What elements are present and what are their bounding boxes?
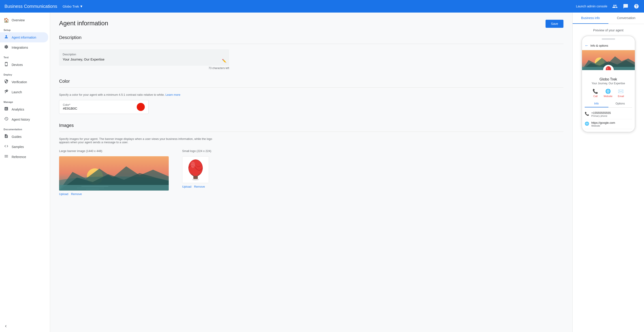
phone-preview: Preview of your agent ← Info & options	[572, 24, 644, 332]
sidebar-label-integrations: Integrations	[12, 46, 28, 49]
phone-notch	[602, 38, 615, 40]
sidebar-label-devices: Devices	[12, 63, 23, 67]
people-icon[interactable]	[612, 3, 618, 10]
sidebar-label-guides: Guides	[12, 135, 22, 138]
svg-point-20	[192, 179, 199, 181]
devices-icon	[4, 62, 9, 67]
description-label: Description	[63, 53, 226, 56]
brand-name: Globo Trek	[63, 5, 79, 8]
edit-icon[interactable]: ✏️	[222, 59, 226, 63]
sidebar-item-integrations[interactable]: Integrations	[0, 42, 48, 53]
svg-rect-14	[193, 176, 198, 179]
sidebar-label-overview: Overview	[12, 18, 24, 22]
call-icon: 📞	[592, 89, 598, 94]
sidebar-label-reference: Reference	[12, 155, 26, 159]
sidebar: 🏠 Overview Setup Agent information Integ…	[0, 13, 50, 332]
app-header: Business Communications Globo Trek ▾ Lau…	[0, 0, 644, 13]
website-label: Website	[604, 95, 612, 97]
svg-point-28	[606, 67, 608, 70]
app-title: Business Communications	[4, 4, 57, 9]
banner-label: Large banner image (1440 x 448)	[59, 149, 169, 153]
sidebar-item-agent-history[interactable]: Agent history	[0, 114, 48, 124]
logo-remove-link[interactable]: Remove	[194, 185, 205, 188]
sidebar-collapse-button[interactable]	[2, 322, 10, 330]
description-section: Description Description Your Journey, Ou…	[59, 35, 564, 70]
sidebar-label-launch: Launch	[12, 90, 22, 94]
description-field[interactable]: Description Your Journey, Our Expertise …	[59, 49, 229, 66]
color-section-title: Color	[59, 79, 564, 84]
phone-info-content-website: https://google.com Website	[592, 121, 615, 127]
sidebar-item-verification[interactable]: Verification	[0, 77, 48, 87]
sidebar-item-guides[interactable]: Guides	[0, 132, 48, 142]
phone-action-call[interactable]: 📞 Call	[592, 89, 598, 97]
color-desc-text: Specify a color for your agent with a mi…	[59, 93, 165, 96]
main-layout: 🏠 Overview Setup Agent information Integ…	[0, 13, 644, 332]
brand-selector[interactable]: Globo Trek ▾	[63, 4, 82, 9]
images-section-title: Images	[59, 123, 564, 128]
sidebar-item-samples[interactable]: Samples	[0, 142, 48, 152]
color-field-value: #E91B0C	[63, 106, 133, 110]
sidebar-label-analytics: Analytics	[12, 108, 24, 111]
analytics-icon	[4, 106, 9, 112]
code-icon	[4, 144, 9, 149]
phone-row-phone-icon: 📞	[585, 112, 589, 116]
logo-actions: Upload Remove	[182, 185, 211, 188]
logo-upload-link[interactable]: Upload	[182, 185, 191, 188]
color-field-label: Color*	[63, 103, 133, 106]
phone-tab-options[interactable]: Options	[608, 100, 632, 107]
tab-conversation[interactable]: Conversation	[608, 13, 644, 24]
call-label: Call	[593, 95, 598, 97]
phone-action-website[interactable]: 🌐 Website	[604, 89, 612, 97]
images-grid: Large banner image (1440 x 448)	[59, 149, 564, 196]
logo-image	[182, 156, 209, 183]
color-swatch[interactable]	[137, 103, 145, 111]
email-icon: ✉️	[618, 89, 624, 94]
banner-block: Large banner image (1440 x 448)	[59, 149, 169, 196]
save-button[interactable]: Save	[546, 20, 564, 28]
banner-upload-link[interactable]: Upload	[59, 192, 68, 196]
description-section-title: Description	[59, 35, 564, 40]
sidebar-section-documentation: Documentation	[0, 124, 50, 132]
sidebar-item-agent-information[interactable]: Agent information	[0, 32, 48, 42]
phone-info-row-website: 🌐 https://google.com Website	[585, 119, 632, 129]
phone-info-row-phone: 📞 +15555555555 Primary phone	[585, 109, 632, 119]
phone-banner	[582, 50, 635, 70]
phone-info-sub-phone: Primary phone	[592, 115, 611, 117]
sidebar-item-overview[interactable]: 🏠 Overview	[0, 15, 48, 25]
page-header: Agent information Save	[59, 20, 564, 28]
banner-image	[59, 156, 169, 191]
phone-tabs: Info Options	[585, 100, 632, 108]
phone-row-website-icon: 🌐	[585, 121, 589, 126]
sidebar-item-devices[interactable]: Devices	[0, 60, 48, 70]
phone-tab-info[interactable]: Info	[585, 100, 608, 107]
color-divider	[59, 87, 564, 88]
sidebar-item-launch[interactable]: Launch	[0, 87, 48, 97]
sidebar-section-setup: Setup	[0, 25, 50, 32]
banner-remove-link[interactable]: Remove	[71, 192, 82, 196]
sidebar-item-reference[interactable]: Reference	[0, 152, 48, 162]
phone-info-content-phone: +15555555555 Primary phone	[592, 111, 611, 117]
launch-console-link[interactable]: Launch admin console	[576, 5, 607, 8]
tab-business-info[interactable]: Business info	[572, 13, 608, 24]
email-label: Email	[618, 95, 624, 97]
sidebar-section-test: Test	[0, 53, 50, 60]
back-icon[interactable]: ←	[585, 43, 589, 48]
images-description: Specify images for your agent. The banne…	[59, 137, 216, 144]
right-panel: Business info Conversation Preview of yo…	[572, 13, 644, 332]
learn-more-link[interactable]: Learn more	[165, 93, 180, 96]
chat-icon[interactable]	[622, 3, 629, 10]
phone-action-email[interactable]: ✉️ Email	[618, 89, 624, 97]
sidebar-item-analytics[interactable]: Analytics	[0, 104, 48, 114]
logo-label: Small logo (224 x 224)	[182, 149, 211, 153]
main-content: Agent information Save Description Descr…	[50, 13, 572, 332]
sidebar-label-verification: Verification	[12, 80, 27, 84]
preview-label: Preview of your agent	[593, 29, 624, 32]
color-field[interactable]: Color* #E91B0C	[59, 100, 148, 114]
sidebar-label-samples: Samples	[12, 145, 24, 149]
brand-dropdown-icon[interactable]: ▾	[80, 4, 82, 9]
phone-actions: 📞 Call 🌐 Website ✉️ Email	[585, 89, 632, 97]
help-icon[interactable]	[633, 3, 640, 10]
images-section: Images Specify images for your agent. Th…	[59, 123, 564, 196]
phone-info-sub-website: Website	[592, 124, 615, 127]
phone-header-text: Info & options	[590, 44, 608, 47]
